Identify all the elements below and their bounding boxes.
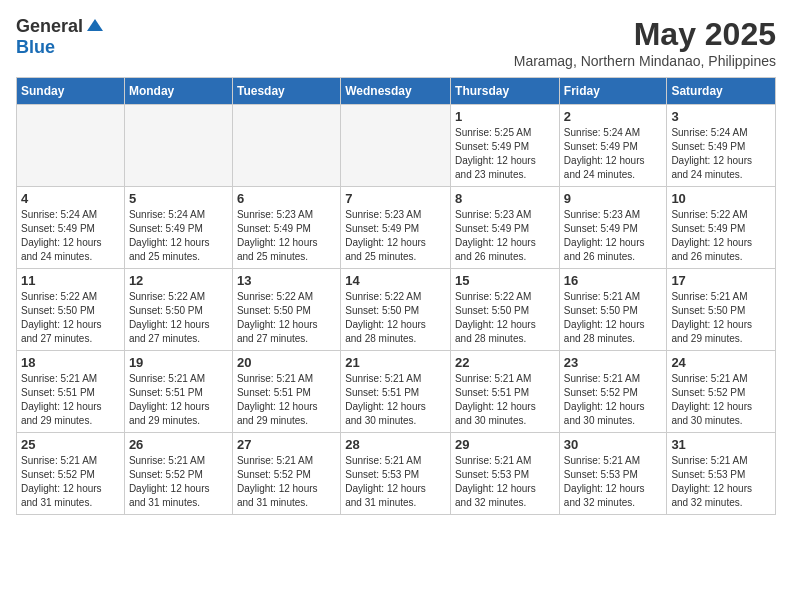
day-number: 13 <box>237 273 336 288</box>
day-info: Sunrise: 5:21 AM Sunset: 5:53 PM Dayligh… <box>671 454 771 510</box>
day-number: 15 <box>455 273 555 288</box>
calendar-header-saturday: Saturday <box>667 78 776 105</box>
calendar-cell: 2Sunrise: 5:24 AM Sunset: 5:49 PM Daylig… <box>559 105 667 187</box>
logo-icon <box>85 17 105 37</box>
day-number: 10 <box>671 191 771 206</box>
day-info: Sunrise: 5:23 AM Sunset: 5:49 PM Dayligh… <box>564 208 663 264</box>
calendar-week-0: 1Sunrise: 5:25 AM Sunset: 5:49 PM Daylig… <box>17 105 776 187</box>
calendar-cell: 23Sunrise: 5:21 AM Sunset: 5:52 PM Dayli… <box>559 351 667 433</box>
day-info: Sunrise: 5:22 AM Sunset: 5:49 PM Dayligh… <box>671 208 771 264</box>
calendar-cell: 14Sunrise: 5:22 AM Sunset: 5:50 PM Dayli… <box>341 269 451 351</box>
day-number: 16 <box>564 273 663 288</box>
calendar-week-2: 11Sunrise: 5:22 AM Sunset: 5:50 PM Dayli… <box>17 269 776 351</box>
day-number: 31 <box>671 437 771 452</box>
day-info: Sunrise: 5:21 AM Sunset: 5:51 PM Dayligh… <box>237 372 336 428</box>
day-number: 21 <box>345 355 446 370</box>
calendar-header-monday: Monday <box>124 78 232 105</box>
calendar-header-friday: Friday <box>559 78 667 105</box>
calendar-cell: 1Sunrise: 5:25 AM Sunset: 5:49 PM Daylig… <box>451 105 560 187</box>
day-info: Sunrise: 5:21 AM Sunset: 5:52 PM Dayligh… <box>237 454 336 510</box>
day-number: 14 <box>345 273 446 288</box>
day-number: 4 <box>21 191 120 206</box>
day-number: 29 <box>455 437 555 452</box>
day-number: 6 <box>237 191 336 206</box>
day-number: 12 <box>129 273 228 288</box>
day-info: Sunrise: 5:23 AM Sunset: 5:49 PM Dayligh… <box>345 208 446 264</box>
day-info: Sunrise: 5:24 AM Sunset: 5:49 PM Dayligh… <box>671 126 771 182</box>
day-info: Sunrise: 5:21 AM Sunset: 5:51 PM Dayligh… <box>345 372 446 428</box>
calendar-cell: 10Sunrise: 5:22 AM Sunset: 5:49 PM Dayli… <box>667 187 776 269</box>
day-info: Sunrise: 5:25 AM Sunset: 5:49 PM Dayligh… <box>455 126 555 182</box>
day-info: Sunrise: 5:21 AM Sunset: 5:53 PM Dayligh… <box>564 454 663 510</box>
calendar-cell <box>232 105 340 187</box>
calendar-cell: 24Sunrise: 5:21 AM Sunset: 5:52 PM Dayli… <box>667 351 776 433</box>
calendar-header-row: SundayMondayTuesdayWednesdayThursdayFrid… <box>17 78 776 105</box>
calendar-cell: 19Sunrise: 5:21 AM Sunset: 5:51 PM Dayli… <box>124 351 232 433</box>
day-info: Sunrise: 5:21 AM Sunset: 5:51 PM Dayligh… <box>21 372 120 428</box>
day-info: Sunrise: 5:22 AM Sunset: 5:50 PM Dayligh… <box>237 290 336 346</box>
day-number: 18 <box>21 355 120 370</box>
day-number: 1 <box>455 109 555 124</box>
day-info: Sunrise: 5:22 AM Sunset: 5:50 PM Dayligh… <box>129 290 228 346</box>
day-info: Sunrise: 5:21 AM Sunset: 5:53 PM Dayligh… <box>345 454 446 510</box>
calendar-week-1: 4Sunrise: 5:24 AM Sunset: 5:49 PM Daylig… <box>17 187 776 269</box>
calendar-cell <box>124 105 232 187</box>
day-info: Sunrise: 5:21 AM Sunset: 5:52 PM Dayligh… <box>564 372 663 428</box>
day-number: 5 <box>129 191 228 206</box>
title-block: May 2025 Maramag, Northern Mindanao, Phi… <box>514 16 776 69</box>
day-number: 27 <box>237 437 336 452</box>
day-info: Sunrise: 5:21 AM Sunset: 5:52 PM Dayligh… <box>129 454 228 510</box>
calendar-cell: 9Sunrise: 5:23 AM Sunset: 5:49 PM Daylig… <box>559 187 667 269</box>
day-number: 26 <box>129 437 228 452</box>
day-number: 7 <box>345 191 446 206</box>
calendar-cell: 5Sunrise: 5:24 AM Sunset: 5:49 PM Daylig… <box>124 187 232 269</box>
calendar-cell: 18Sunrise: 5:21 AM Sunset: 5:51 PM Dayli… <box>17 351 125 433</box>
day-info: Sunrise: 5:23 AM Sunset: 5:49 PM Dayligh… <box>455 208 555 264</box>
calendar-cell: 20Sunrise: 5:21 AM Sunset: 5:51 PM Dayli… <box>232 351 340 433</box>
calendar-cell: 28Sunrise: 5:21 AM Sunset: 5:53 PM Dayli… <box>341 433 451 515</box>
calendar-cell: 16Sunrise: 5:21 AM Sunset: 5:50 PM Dayli… <box>559 269 667 351</box>
day-number: 24 <box>671 355 771 370</box>
day-number: 11 <box>21 273 120 288</box>
day-info: Sunrise: 5:22 AM Sunset: 5:50 PM Dayligh… <box>345 290 446 346</box>
calendar-header-wednesday: Wednesday <box>341 78 451 105</box>
day-info: Sunrise: 5:24 AM Sunset: 5:49 PM Dayligh… <box>21 208 120 264</box>
calendar-cell: 13Sunrise: 5:22 AM Sunset: 5:50 PM Dayli… <box>232 269 340 351</box>
logo: General Blue <box>16 16 105 58</box>
calendar-cell: 21Sunrise: 5:21 AM Sunset: 5:51 PM Dayli… <box>341 351 451 433</box>
calendar-header-thursday: Thursday <box>451 78 560 105</box>
calendar-cell: 31Sunrise: 5:21 AM Sunset: 5:53 PM Dayli… <box>667 433 776 515</box>
day-info: Sunrise: 5:23 AM Sunset: 5:49 PM Dayligh… <box>237 208 336 264</box>
calendar-header-tuesday: Tuesday <box>232 78 340 105</box>
logo-general: General <box>16 16 83 37</box>
day-number: 28 <box>345 437 446 452</box>
calendar-cell: 26Sunrise: 5:21 AM Sunset: 5:52 PM Dayli… <box>124 433 232 515</box>
svg-marker-0 <box>87 19 103 31</box>
location: Maramag, Northern Mindanao, Philippines <box>514 53 776 69</box>
day-number: 9 <box>564 191 663 206</box>
day-number: 22 <box>455 355 555 370</box>
day-number: 20 <box>237 355 336 370</box>
day-info: Sunrise: 5:21 AM Sunset: 5:53 PM Dayligh… <box>455 454 555 510</box>
calendar-cell: 6Sunrise: 5:23 AM Sunset: 5:49 PM Daylig… <box>232 187 340 269</box>
calendar-cell: 8Sunrise: 5:23 AM Sunset: 5:49 PM Daylig… <box>451 187 560 269</box>
month-title: May 2025 <box>514 16 776 53</box>
calendar-week-3: 18Sunrise: 5:21 AM Sunset: 5:51 PM Dayli… <box>17 351 776 433</box>
day-info: Sunrise: 5:22 AM Sunset: 5:50 PM Dayligh… <box>21 290 120 346</box>
calendar-cell: 11Sunrise: 5:22 AM Sunset: 5:50 PM Dayli… <box>17 269 125 351</box>
day-info: Sunrise: 5:21 AM Sunset: 5:50 PM Dayligh… <box>564 290 663 346</box>
calendar-cell: 27Sunrise: 5:21 AM Sunset: 5:52 PM Dayli… <box>232 433 340 515</box>
calendar-week-4: 25Sunrise: 5:21 AM Sunset: 5:52 PM Dayli… <box>17 433 776 515</box>
calendar-cell: 22Sunrise: 5:21 AM Sunset: 5:51 PM Dayli… <box>451 351 560 433</box>
day-info: Sunrise: 5:22 AM Sunset: 5:50 PM Dayligh… <box>455 290 555 346</box>
calendar-cell: 7Sunrise: 5:23 AM Sunset: 5:49 PM Daylig… <box>341 187 451 269</box>
day-number: 8 <box>455 191 555 206</box>
calendar-header-sunday: Sunday <box>17 78 125 105</box>
logo-blue: Blue <box>16 37 55 58</box>
day-number: 19 <box>129 355 228 370</box>
page-header: General Blue May 2025 Maramag, Northern … <box>16 16 776 69</box>
day-info: Sunrise: 5:21 AM Sunset: 5:51 PM Dayligh… <box>129 372 228 428</box>
calendar-table: SundayMondayTuesdayWednesdayThursdayFrid… <box>16 77 776 515</box>
calendar-cell: 17Sunrise: 5:21 AM Sunset: 5:50 PM Dayli… <box>667 269 776 351</box>
day-number: 23 <box>564 355 663 370</box>
